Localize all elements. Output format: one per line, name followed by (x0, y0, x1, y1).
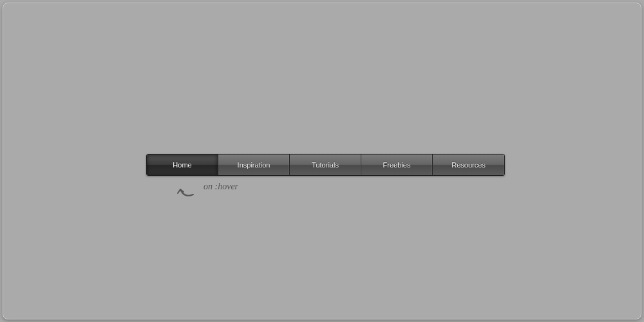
arrow-icon (174, 180, 198, 202)
nav-item-home[interactable]: Home (147, 155, 218, 175)
nav-item-inspiration[interactable]: Inspiration (218, 155, 290, 175)
nav-item-label: Home (173, 161, 191, 169)
nav-item-resources[interactable]: Resources (433, 155, 504, 175)
nav-item-label: Resources (451, 161, 486, 169)
hover-annotation: on :hover (174, 180, 238, 202)
nav-item-label: Freebies (383, 161, 411, 169)
nav-item-label: Inspiration (238, 161, 270, 169)
nav-item-label: Tutorials (312, 161, 339, 169)
main-nav: Home Inspiration Tutorials Freebies Reso… (146, 154, 505, 176)
nav-item-tutorials[interactable]: Tutorials (290, 155, 361, 175)
annotation-label: on :hover (204, 182, 238, 192)
nav-item-freebies[interactable]: Freebies (361, 155, 433, 175)
demo-frame: Home Inspiration Tutorials Freebies Reso… (3, 3, 641, 319)
